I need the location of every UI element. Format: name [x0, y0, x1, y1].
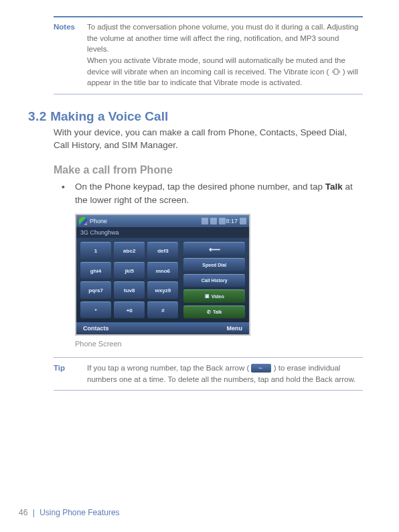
key-8[interactable]: tuv8	[114, 281, 145, 299]
dialer-side-column: ⟵ Speed Dial Call History ▣Video ✆Talk	[182, 238, 249, 322]
key-star[interactable]: *	[80, 302, 111, 319]
tip-text: If you tap a wrong number, tap the Back …	[87, 362, 363, 385]
page-number: 46	[19, 508, 27, 517]
notes-box: Notes To adjust the conversation phone v…	[54, 16, 363, 94]
notes-label: Notes	[54, 21, 87, 88]
speed-dial-button[interactable]: Speed Dial	[183, 258, 245, 271]
notes-para1: To adjust the conversation phone volume,…	[87, 23, 358, 53]
svg-rect-0	[334, 69, 338, 74]
phone-softkey-bar: Contacts Menu	[76, 322, 249, 334]
key-9[interactable]: wxyz9	[147, 281, 178, 299]
softkey-menu[interactable]: Menu	[227, 325, 243, 332]
key-6[interactable]: mno6	[147, 262, 178, 279]
softkey-contacts[interactable]: Contacts	[83, 325, 109, 332]
phone-title: Phone	[90, 218, 107, 224]
phone-titlebar: Phone 8:17	[76, 215, 249, 227]
key-0[interactable]: +0	[114, 302, 145, 319]
bullet-marker: •	[62, 180, 75, 208]
key-5[interactable]: jkl5	[114, 262, 145, 279]
notes-para2a: When you activate Vibrate mode, sound wi…	[87, 56, 345, 76]
phone-icon: ✆	[207, 310, 211, 315]
dialer-area: 1 abc2 def3 ghi4 jkl5 mno6 pqrs7 tuv8 wx…	[76, 238, 249, 322]
footer-separator: |	[33, 508, 35, 517]
network-icon	[210, 218, 217, 224]
tip-label: Tip	[54, 362, 87, 385]
volume-icon	[219, 218, 226, 224]
phone-operator: 3G Chunghwa	[76, 227, 249, 238]
call-history-button[interactable]: Call History	[183, 274, 245, 287]
subsection-heading: Make a call from Phone	[54, 164, 372, 176]
signal-icon	[202, 218, 208, 224]
video-call-button[interactable]: ▣Video	[183, 289, 245, 303]
page-footer: 46 | Using Phone Features	[19, 508, 120, 517]
start-icon	[79, 217, 87, 225]
key-hash[interactable]: #	[147, 302, 178, 319]
phone-clock: 8:17	[226, 218, 238, 224]
phone-screenshot: Phone 8:17 3G Chunghwa 1 abc2 def3 ghi4 …	[75, 214, 250, 336]
back-button[interactable]: ⟵	[183, 242, 245, 255]
close-icon	[240, 218, 246, 224]
key-4[interactable]: ghi4	[80, 262, 111, 279]
tip-text-a: If you tap a wrong number, tap the Back …	[87, 364, 249, 372]
talk-button[interactable]: ✆Talk	[183, 306, 245, 319]
key-2[interactable]: abc2	[114, 242, 145, 259]
key-3[interactable]: def3	[147, 242, 178, 259]
vibrate-icon	[331, 68, 341, 76]
tip-box: Tip If you tap a wrong number, tap the B…	[54, 357, 363, 390]
instruction-bullet: • On the Phone keypad, tap the desired p…	[62, 180, 359, 208]
bullet-strong: Talk	[325, 182, 343, 192]
back-arrow-button-icon	[251, 364, 271, 373]
bullet-pre: On the Phone keypad, tap the desired pho…	[75, 182, 325, 192]
notes-text: To adjust the conversation phone volume,…	[87, 21, 363, 88]
key-7[interactable]: pqrs7	[80, 281, 111, 299]
section-number: 3.2	[28, 109, 47, 123]
chapter-name: Using Phone Features	[39, 508, 119, 517]
key-1[interactable]: 1	[80, 242, 111, 259]
screenshot-caption: Phone Screen	[75, 340, 372, 348]
back-arrow-icon: ⟵	[209, 245, 220, 254]
section-intro: With your device, you can make a call fr…	[54, 127, 359, 152]
dialer-keypad: 1 abc2 def3 ghi4 jkl5 mno6 pqrs7 tuv8 wx…	[76, 238, 182, 322]
section-title: Making a Voice Call	[50, 109, 168, 123]
video-icon: ▣	[205, 293, 210, 299]
section-heading: 3.2 Making a Voice Call	[28, 109, 372, 124]
